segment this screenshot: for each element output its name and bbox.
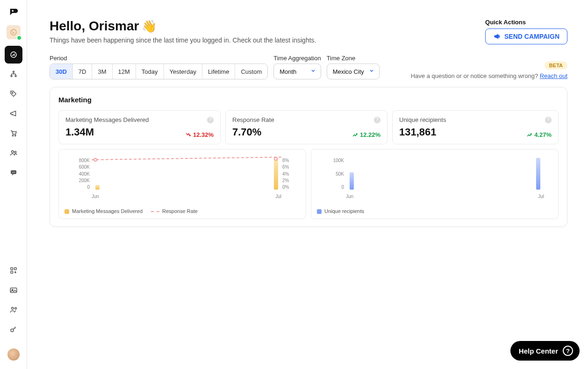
beta-badge: BETA	[545, 61, 567, 70]
send-campaign-button[interactable]: SEND CAMPAIGN	[485, 28, 567, 44]
period-yesterday[interactable]: Yesterday	[164, 64, 202, 79]
kpi-unique-recipients: Unique recipients ? 131,861 4.27%	[392, 110, 559, 144]
whatsapp-online-badge	[16, 35, 22, 41]
svg-rect-16	[14, 268, 16, 270]
timezone-label: Time Zone	[327, 55, 380, 62]
svg-point-9	[11, 151, 14, 153]
period-30d[interactable]: 30D	[50, 64, 73, 79]
svg-point-5	[15, 75, 16, 77]
info-icon[interactable]: ?	[374, 117, 380, 123]
sidebar-whatsapp[interactable]	[7, 25, 21, 39]
kpi-label: Marketing Messages Delivered	[65, 116, 149, 123]
chart1-response-line	[92, 157, 281, 161]
trend-down-icon	[185, 132, 191, 138]
svg-point-13	[13, 172, 14, 173]
sidebar-item-messages[interactable]	[5, 163, 22, 181]
svg-point-20	[11, 307, 14, 310]
page-title: Hello, Orismar 👋	[50, 19, 316, 34]
chevron-down-icon	[369, 68, 374, 75]
chart1-bar-jun	[95, 185, 100, 190]
chart2-bar-jul	[536, 158, 540, 190]
kpi-label: Unique recipients	[399, 116, 446, 123]
trend-up-icon	[526, 132, 532, 138]
svg-point-10	[14, 151, 16, 153]
chart-messages-response: 800K 600K 400K 200K 0 8% 6% 4% 2% 0%	[58, 149, 306, 219]
trend-up-icon	[352, 132, 358, 138]
svg-rect-23	[498, 35, 500, 37]
chart2-bar-jun	[350, 172, 354, 190]
svg-point-4	[11, 75, 12, 77]
period-custom[interactable]: Custom	[235, 64, 267, 79]
aggregation-label: Time Aggregation	[273, 55, 321, 62]
chart2-xticks: Jun Jul	[346, 194, 544, 199]
sidebar-item-keys[interactable]	[5, 320, 22, 338]
period-lifetime[interactable]: Lifetime	[202, 64, 236, 79]
kpi-label: Response Rate	[232, 116, 274, 123]
page-subtitle: Things have been happening since the las…	[50, 36, 316, 44]
kpi-messages-delivered: Marketing Messages Delivered ? 1.34M 12.…	[58, 110, 221, 144]
main-content: Hello, Orismar 👋 Things have been happen…	[27, 0, 588, 369]
svg-rect-15	[11, 268, 13, 270]
chart1-legend: Marketing Messages Delivered Response Ra…	[65, 208, 297, 214]
svg-point-21	[14, 307, 16, 309]
help-center-button[interactable]: Help Center ?	[510, 341, 580, 361]
chart1-bar-jul	[274, 158, 278, 190]
chart1-xticks: Jun Jul	[92, 194, 281, 199]
chart1-response-point-jun	[93, 158, 97, 162]
reach-out-link[interactable]: Reach out	[540, 72, 567, 79]
period-7d[interactable]: 7D	[73, 64, 93, 79]
chevron-down-icon	[310, 68, 316, 75]
kpi-delta: 12.22%	[352, 131, 380, 138]
svg-point-6	[12, 92, 13, 93]
marketing-title: Marketing	[58, 96, 559, 104]
svg-point-8	[14, 135, 15, 136]
chart1-y2ticks: 8% 6% 4% 2% 0%	[282, 158, 293, 190]
period-label: Period	[50, 55, 268, 62]
sidebar-item-campaigns[interactable]	[5, 105, 22, 122]
marketing-card: Marketing Marketing Messages Delivered ?…	[50, 87, 567, 227]
sidebar-item-cart[interactable]	[5, 124, 22, 142]
chart1-response-point-jul	[274, 157, 278, 161]
user-avatar[interactable]	[7, 348, 20, 361]
period-12m[interactable]: 12M	[113, 64, 136, 79]
chart2-plot	[346, 158, 544, 190]
chart2-legend: Unique recipients	[317, 208, 550, 214]
chart1-yticks: 800K 600K 400K 200K 0	[75, 158, 90, 190]
svg-point-1	[11, 29, 16, 35]
kpi-response-rate: Response Rate ? 7.70% 12.22%	[225, 110, 387, 144]
info-icon[interactable]: ?	[545, 117, 552, 123]
period-today[interactable]: Today	[136, 64, 164, 79]
period-3m[interactable]: 3M	[92, 64, 112, 79]
svg-point-12	[12, 172, 13, 173]
chart2-yticks: 100K 50K 0	[330, 158, 344, 190]
svg-point-3	[13, 71, 14, 72]
info-icon[interactable]: ?	[207, 117, 214, 123]
sidebar	[0, 0, 27, 369]
sidebar-item-media[interactable]	[5, 281, 22, 299]
svg-point-0	[12, 10, 14, 12]
sidebar-item-hierarchy[interactable]	[5, 65, 22, 83]
svg-rect-17	[11, 271, 13, 274]
svg-point-22	[11, 329, 14, 332]
period-segmented: 30D 7D 3M 12M Today Yesterday Lifetime C…	[50, 64, 268, 79]
chart1-plot	[92, 158, 281, 190]
wave-emoji: 👋	[142, 19, 157, 34]
quick-actions-label: Quick Actions	[485, 19, 567, 26]
sidebar-item-team[interactable]	[5, 301, 22, 319]
feedback-text: Have a question or or notice something w…	[411, 72, 538, 79]
sidebar-item-tags[interactable]	[5, 85, 22, 103]
kpi-delta: 4.27%	[526, 131, 552, 138]
aggregation-select[interactable]: Month	[273, 64, 321, 79]
svg-point-7	[12, 135, 13, 136]
brand-logo[interactable]	[7, 6, 20, 19]
svg-point-14	[14, 172, 15, 173]
timezone-select[interactable]: Mexico City	[327, 64, 380, 79]
sidebar-item-apps[interactable]	[5, 262, 22, 279]
sidebar-item-dashboard[interactable]	[5, 46, 22, 64]
megaphone-icon	[493, 33, 501, 40]
kpi-delta: 12.32%	[185, 131, 214, 138]
question-icon: ?	[563, 346, 573, 356]
chart-unique-recipients: 100K 50K 0 Jun Jul Unique recipients	[311, 149, 559, 219]
sidebar-item-audience[interactable]	[5, 144, 22, 162]
